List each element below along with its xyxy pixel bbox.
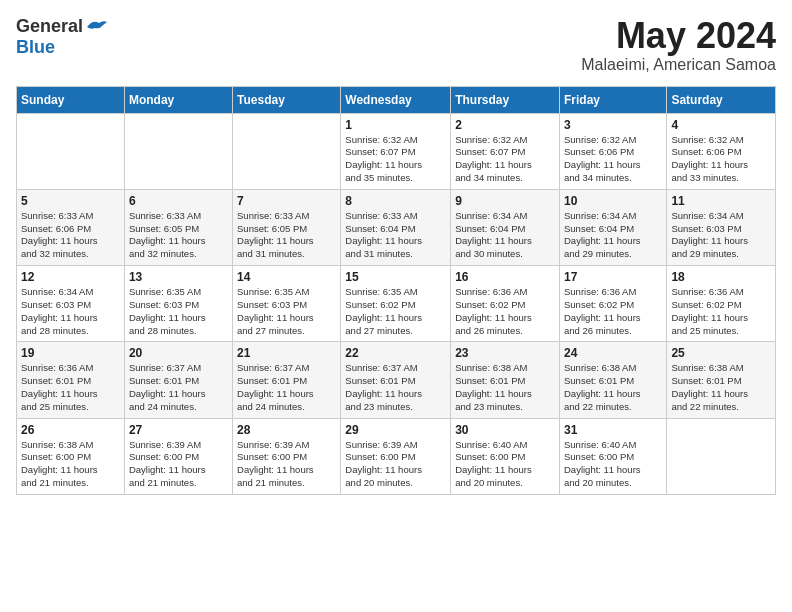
- logo-bird-icon: [85, 17, 109, 37]
- weekday-header-wednesday: Wednesday: [341, 86, 451, 113]
- calendar-cell: 15Sunrise: 6:35 AM Sunset: 6:02 PM Dayli…: [341, 266, 451, 342]
- day-info: Sunrise: 6:32 AM Sunset: 6:07 PM Dayligh…: [345, 134, 446, 185]
- calendar-cell: [124, 113, 232, 189]
- calendar-week-row: 19Sunrise: 6:36 AM Sunset: 6:01 PM Dayli…: [17, 342, 776, 418]
- calendar-cell: 22Sunrise: 6:37 AM Sunset: 6:01 PM Dayli…: [341, 342, 451, 418]
- day-info: Sunrise: 6:33 AM Sunset: 6:04 PM Dayligh…: [345, 210, 446, 261]
- calendar-cell: 23Sunrise: 6:38 AM Sunset: 6:01 PM Dayli…: [451, 342, 560, 418]
- weekday-header-thursday: Thursday: [451, 86, 560, 113]
- day-info: Sunrise: 6:38 AM Sunset: 6:01 PM Dayligh…: [564, 362, 662, 413]
- calendar-cell: 7Sunrise: 6:33 AM Sunset: 6:05 PM Daylig…: [233, 189, 341, 265]
- day-number: 14: [237, 270, 336, 284]
- day-number: 11: [671, 194, 771, 208]
- calendar-cell: [667, 418, 776, 494]
- calendar-cell: 8Sunrise: 6:33 AM Sunset: 6:04 PM Daylig…: [341, 189, 451, 265]
- day-number: 9: [455, 194, 555, 208]
- day-info: Sunrise: 6:32 AM Sunset: 6:06 PM Dayligh…: [671, 134, 771, 185]
- page-header: General Blue May 2024 Malaeimi, American…: [16, 16, 776, 74]
- calendar-cell: 1Sunrise: 6:32 AM Sunset: 6:07 PM Daylig…: [341, 113, 451, 189]
- day-number: 19: [21, 346, 120, 360]
- calendar-week-row: 12Sunrise: 6:34 AM Sunset: 6:03 PM Dayli…: [17, 266, 776, 342]
- day-info: Sunrise: 6:36 AM Sunset: 6:02 PM Dayligh…: [564, 286, 662, 337]
- calendar-cell: 24Sunrise: 6:38 AM Sunset: 6:01 PM Dayli…: [559, 342, 666, 418]
- calendar-cell: 11Sunrise: 6:34 AM Sunset: 6:03 PM Dayli…: [667, 189, 776, 265]
- calendar-cell: 3Sunrise: 6:32 AM Sunset: 6:06 PM Daylig…: [559, 113, 666, 189]
- calendar-cell: 4Sunrise: 6:32 AM Sunset: 6:06 PM Daylig…: [667, 113, 776, 189]
- day-info: Sunrise: 6:39 AM Sunset: 6:00 PM Dayligh…: [129, 439, 228, 490]
- day-number: 15: [345, 270, 446, 284]
- day-info: Sunrise: 6:37 AM Sunset: 6:01 PM Dayligh…: [129, 362, 228, 413]
- calendar-cell: 9Sunrise: 6:34 AM Sunset: 6:04 PM Daylig…: [451, 189, 560, 265]
- weekday-header-tuesday: Tuesday: [233, 86, 341, 113]
- day-number: 17: [564, 270, 662, 284]
- day-number: 5: [21, 194, 120, 208]
- calendar-cell: 21Sunrise: 6:37 AM Sunset: 6:01 PM Dayli…: [233, 342, 341, 418]
- calendar-cell: 26Sunrise: 6:38 AM Sunset: 6:00 PM Dayli…: [17, 418, 125, 494]
- day-number: 1: [345, 118, 446, 132]
- calendar-cell: 18Sunrise: 6:36 AM Sunset: 6:02 PM Dayli…: [667, 266, 776, 342]
- location-title: Malaeimi, American Samoa: [581, 56, 776, 74]
- calendar-cell: 25Sunrise: 6:38 AM Sunset: 6:01 PM Dayli…: [667, 342, 776, 418]
- calendar-cell: 6Sunrise: 6:33 AM Sunset: 6:05 PM Daylig…: [124, 189, 232, 265]
- calendar-table: SundayMondayTuesdayWednesdayThursdayFrid…: [16, 86, 776, 495]
- day-info: Sunrise: 6:39 AM Sunset: 6:00 PM Dayligh…: [237, 439, 336, 490]
- day-number: 4: [671, 118, 771, 132]
- day-info: Sunrise: 6:33 AM Sunset: 6:05 PM Dayligh…: [237, 210, 336, 261]
- calendar-cell: 5Sunrise: 6:33 AM Sunset: 6:06 PM Daylig…: [17, 189, 125, 265]
- day-number: 16: [455, 270, 555, 284]
- calendar-cell: [233, 113, 341, 189]
- calendar-cell: 30Sunrise: 6:40 AM Sunset: 6:00 PM Dayli…: [451, 418, 560, 494]
- day-number: 25: [671, 346, 771, 360]
- calendar-cell: 29Sunrise: 6:39 AM Sunset: 6:00 PM Dayli…: [341, 418, 451, 494]
- calendar-cell: [17, 113, 125, 189]
- calendar-cell: 28Sunrise: 6:39 AM Sunset: 6:00 PM Dayli…: [233, 418, 341, 494]
- day-info: Sunrise: 6:34 AM Sunset: 6:04 PM Dayligh…: [564, 210, 662, 261]
- day-number: 28: [237, 423, 336, 437]
- day-info: Sunrise: 6:33 AM Sunset: 6:06 PM Dayligh…: [21, 210, 120, 261]
- logo-blue-text: Blue: [16, 37, 55, 58]
- day-number: 18: [671, 270, 771, 284]
- weekday-header-friday: Friday: [559, 86, 666, 113]
- calendar-cell: 14Sunrise: 6:35 AM Sunset: 6:03 PM Dayli…: [233, 266, 341, 342]
- day-info: Sunrise: 6:36 AM Sunset: 6:02 PM Dayligh…: [455, 286, 555, 337]
- calendar-cell: 19Sunrise: 6:36 AM Sunset: 6:01 PM Dayli…: [17, 342, 125, 418]
- day-number: 30: [455, 423, 555, 437]
- day-info: Sunrise: 6:35 AM Sunset: 6:03 PM Dayligh…: [237, 286, 336, 337]
- day-number: 26: [21, 423, 120, 437]
- calendar-week-row: 1Sunrise: 6:32 AM Sunset: 6:07 PM Daylig…: [17, 113, 776, 189]
- logo-general-text: General: [16, 16, 83, 37]
- day-number: 21: [237, 346, 336, 360]
- calendar-cell: 13Sunrise: 6:35 AM Sunset: 6:03 PM Dayli…: [124, 266, 232, 342]
- day-info: Sunrise: 6:38 AM Sunset: 6:01 PM Dayligh…: [671, 362, 771, 413]
- day-info: Sunrise: 6:36 AM Sunset: 6:02 PM Dayligh…: [671, 286, 771, 337]
- weekday-header-saturday: Saturday: [667, 86, 776, 113]
- calendar-cell: 17Sunrise: 6:36 AM Sunset: 6:02 PM Dayli…: [559, 266, 666, 342]
- day-info: Sunrise: 6:33 AM Sunset: 6:05 PM Dayligh…: [129, 210, 228, 261]
- weekday-header-row: SundayMondayTuesdayWednesdayThursdayFrid…: [17, 86, 776, 113]
- day-info: Sunrise: 6:37 AM Sunset: 6:01 PM Dayligh…: [345, 362, 446, 413]
- day-number: 31: [564, 423, 662, 437]
- weekday-header-monday: Monday: [124, 86, 232, 113]
- day-info: Sunrise: 6:34 AM Sunset: 6:03 PM Dayligh…: [21, 286, 120, 337]
- calendar-cell: 10Sunrise: 6:34 AM Sunset: 6:04 PM Dayli…: [559, 189, 666, 265]
- day-info: Sunrise: 6:36 AM Sunset: 6:01 PM Dayligh…: [21, 362, 120, 413]
- month-title: May 2024: [581, 16, 776, 56]
- calendar-cell: 31Sunrise: 6:40 AM Sunset: 6:00 PM Dayli…: [559, 418, 666, 494]
- day-number: 22: [345, 346, 446, 360]
- day-info: Sunrise: 6:35 AM Sunset: 6:03 PM Dayligh…: [129, 286, 228, 337]
- day-number: 13: [129, 270, 228, 284]
- day-number: 2: [455, 118, 555, 132]
- day-number: 10: [564, 194, 662, 208]
- day-number: 20: [129, 346, 228, 360]
- day-info: Sunrise: 6:32 AM Sunset: 6:07 PM Dayligh…: [455, 134, 555, 185]
- calendar-cell: 27Sunrise: 6:39 AM Sunset: 6:00 PM Dayli…: [124, 418, 232, 494]
- calendar-cell: 16Sunrise: 6:36 AM Sunset: 6:02 PM Dayli…: [451, 266, 560, 342]
- calendar-week-row: 26Sunrise: 6:38 AM Sunset: 6:00 PM Dayli…: [17, 418, 776, 494]
- day-info: Sunrise: 6:32 AM Sunset: 6:06 PM Dayligh…: [564, 134, 662, 185]
- calendar-cell: 2Sunrise: 6:32 AM Sunset: 6:07 PM Daylig…: [451, 113, 560, 189]
- day-info: Sunrise: 6:39 AM Sunset: 6:00 PM Dayligh…: [345, 439, 446, 490]
- day-number: 6: [129, 194, 228, 208]
- calendar-week-row: 5Sunrise: 6:33 AM Sunset: 6:06 PM Daylig…: [17, 189, 776, 265]
- day-number: 27: [129, 423, 228, 437]
- day-number: 12: [21, 270, 120, 284]
